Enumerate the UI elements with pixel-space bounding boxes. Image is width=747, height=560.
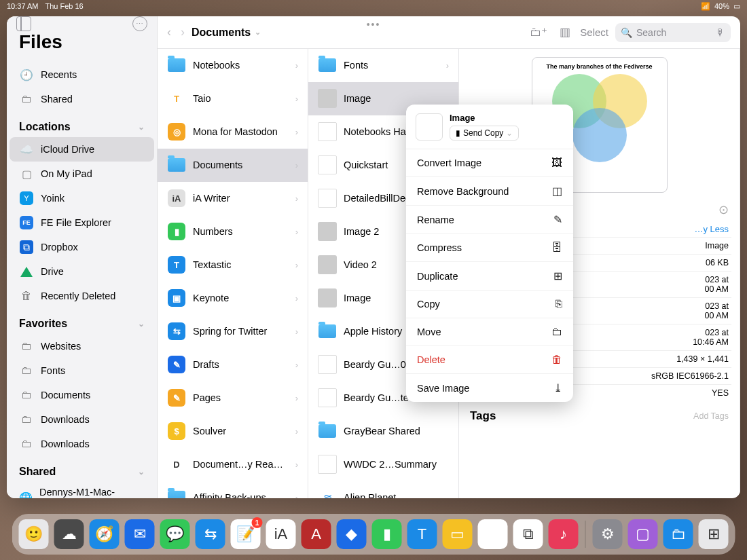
dock-app[interactable]: ⇆ <box>196 519 225 549</box>
context-menu-item[interactable]: Remove Background◫ <box>406 176 573 205</box>
dock-app[interactable]: 💬 <box>160 519 190 549</box>
list-item[interactable]: DDocument…y Readdle› <box>158 448 308 481</box>
list-item[interactable]: Affinity Back-ups› <box>158 481 308 498</box>
context-menu-item[interactable]: Move🗀 <box>406 318 573 346</box>
dock-app[interactable]: 〰 <box>478 519 508 549</box>
multitask-grabber-icon[interactable]: ••• <box>367 19 381 30</box>
list-item[interactable]: Notebooks› <box>158 49 308 82</box>
action-icon: ✎ <box>553 213 562 226</box>
list-item[interactable]: ◎Mona for Mastodon› <box>158 115 308 149</box>
sidebar-item[interactable]: 🗀Websites <box>10 334 154 358</box>
sidebar-item[interactable]: ☁️iCloud Drive <box>10 137 154 162</box>
dock-app[interactable]: 🧭 <box>90 519 120 549</box>
search-input[interactable]: 🔍 Search 🎙 <box>615 23 731 42</box>
list-item[interactable]: ⇆Spring for Twitter› <box>158 315 308 348</box>
toolbar: ‹ › Documents ⌄ 🗀⁺ ▥ Select 🔍 Search 🎙 <box>158 16 740 49</box>
section-header-shared[interactable]: Shared ⌄ <box>7 462 157 482</box>
sidebar-item[interactable]: 🌐Dennys-M1-Mac-mini.local <box>10 482 154 498</box>
sidebar-item[interactable]: FEFE File Explorer <box>10 210 154 235</box>
section-header-favorites[interactable]: Favorites ⌄ <box>7 314 157 334</box>
action-icon: ⊞ <box>553 269 562 282</box>
dock-app[interactable]: ▮ <box>372 519 402 549</box>
list-item[interactable]: ≋Alien Planet <box>308 481 458 498</box>
send-copy-button[interactable]: ▮ Send Copy ⌄ <box>450 126 519 141</box>
battery-percent: 40% <box>714 2 729 10</box>
sidebar-item[interactable]: ▢On My iPad <box>10 162 154 186</box>
dock-app[interactable]: ♪ <box>549 519 579 549</box>
column-apps: Notebooks›TTaio›◎Mona for Mastodon›Docum… <box>158 49 308 498</box>
list-item[interactable]: Documents› <box>158 149 308 182</box>
chevron-right-icon: › <box>295 326 298 337</box>
sidebar-item[interactable]: 🗀Documents <box>10 383 154 407</box>
sidebar-toggle-icon[interactable] <box>16 16 31 31</box>
chevron-right-icon: › <box>295 426 298 436</box>
dock-app[interactable]: 🗀 <box>663 519 693 549</box>
list-item[interactable]: ✎Drafts› <box>158 348 308 381</box>
dock-app[interactable]: ✉ <box>125 519 155 549</box>
sidebar-item[interactable]: Drive <box>10 259 154 284</box>
sidebar-item[interactable]: 🗀Downloads <box>10 407 154 432</box>
list-item[interactable]: TTextastic› <box>158 248 308 282</box>
chevron-right-icon: › <box>295 60 298 71</box>
context-menu-item[interactable]: Save Image⤓ <box>406 373 573 402</box>
view-mode-icon[interactable]: ▥ <box>557 25 573 39</box>
document-icon: ▮ <box>456 128 460 138</box>
nav-forward-icon[interactable]: › <box>181 25 185 39</box>
context-menu-item[interactable]: Convert Image🖼 <box>406 149 573 176</box>
nav-back-icon[interactable]: ‹ <box>167 25 171 39</box>
dock: 🙂☁🧭✉💬⇆📝1iAA◆▮T▭〰⧉♪ ⚙▢🗀⊞ <box>12 514 735 555</box>
list-item[interactable]: ✎Pages› <box>158 381 308 415</box>
dock-app[interactable]: iA <box>266 519 296 549</box>
action-icon: ⤓ <box>553 381 562 394</box>
sidebar-item[interactable]: ⧉Dropbox <box>10 235 154 259</box>
sidebar-item[interactable]: 🗀Fonts <box>10 358 154 383</box>
sidebar-item[interactable]: YYoink <box>10 186 154 210</box>
action-icon: 🗀 <box>551 326 562 338</box>
dock-app[interactable]: 🙂 <box>19 519 49 549</box>
list-item[interactable]: ▮Numbers› <box>158 215 308 248</box>
dock-app[interactable]: ▢ <box>628 519 658 549</box>
search-icon: 🔍 <box>621 27 632 38</box>
select-button[interactable]: Select <box>580 26 608 38</box>
sidebar-item[interactable]: 🗀Shared <box>10 87 154 111</box>
context-file-name: Image <box>450 113 519 123</box>
mic-icon[interactable]: 🎙 <box>716 27 725 38</box>
chevron-updown-icon: ⌄ <box>506 128 513 138</box>
list-item[interactable]: $Soulver› <box>158 415 308 448</box>
context-menu-item[interactable]: Rename✎ <box>406 205 573 234</box>
section-header-locations[interactable]: Locations ⌄ <box>7 117 157 137</box>
sidebar-item[interactable]: 🕘Recents <box>10 62 154 87</box>
add-tags-button[interactable]: Add Tags <box>693 411 729 421</box>
status-date: Thu Feb 16 <box>45 2 83 10</box>
dock-app[interactable]: ⊞ <box>699 519 729 549</box>
context-menu-item[interactable]: Copy⎘ <box>406 290 573 318</box>
context-thumbnail <box>416 113 443 141</box>
sidebar-item[interactable]: 🗀Downloads <box>10 432 154 456</box>
list-item[interactable]: iAiA Writer› <box>158 182 308 215</box>
dock-app[interactable]: T <box>407 519 437 549</box>
context-menu-item[interactable]: Compress🗄 <box>406 234 573 261</box>
dock-app[interactable]: 📝1 <box>231 519 261 549</box>
chevron-right-icon: › <box>295 360 298 370</box>
chevron-right-icon: › <box>295 160 298 170</box>
context-menu-item[interactable]: Duplicate⊞ <box>406 261 573 290</box>
breadcrumb[interactable]: Documents ⌄ <box>192 26 261 39</box>
action-icon: ⎘ <box>555 298 562 310</box>
status-time: 10:37 AM <box>7 2 38 10</box>
dock-app[interactable]: ▭ <box>443 519 473 549</box>
list-item[interactable]: Fonts› <box>308 49 458 82</box>
list-item[interactable]: TTaio› <box>158 82 308 115</box>
list-item[interactable]: WWDC 2…Summary <box>308 448 458 481</box>
context-menu-item[interactable]: Delete🗑 <box>406 346 573 373</box>
list-item[interactable]: ▣Keynote› <box>158 282 308 315</box>
sidebar-more-icon[interactable]: ⋯ <box>132 16 147 31</box>
dock-app[interactable]: A <box>302 519 331 549</box>
dock-app[interactable]: ☁ <box>54 519 84 549</box>
dock-app[interactable]: ⚙ <box>593 519 623 549</box>
new-folder-icon[interactable]: 🗀⁺ <box>527 25 550 39</box>
list-item[interactable]: GrayBear Shared <box>308 415 458 448</box>
sidebar-item[interactable]: 🗑Recently Deleted <box>10 284 154 308</box>
dock-app[interactable]: ⧉ <box>513 519 543 549</box>
dock-app[interactable]: ◆ <box>337 519 367 549</box>
tags-title: Tags <box>470 409 496 423</box>
